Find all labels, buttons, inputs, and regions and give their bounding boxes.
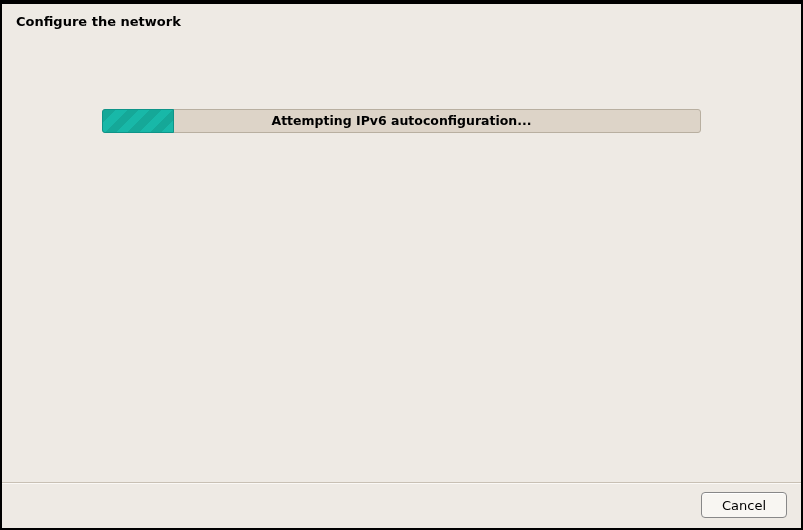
progress-bar: Attempting IPv6 autoconfiguration... (102, 109, 701, 133)
footer-bar: Cancel (2, 482, 801, 528)
page-title: Configure the network (16, 14, 181, 29)
progress-label: Attempting IPv6 autoconfiguration... (102, 109, 701, 133)
cancel-button[interactable]: Cancel (701, 492, 787, 518)
installer-window: Configure the network Attempting IPv6 au… (1, 3, 802, 529)
